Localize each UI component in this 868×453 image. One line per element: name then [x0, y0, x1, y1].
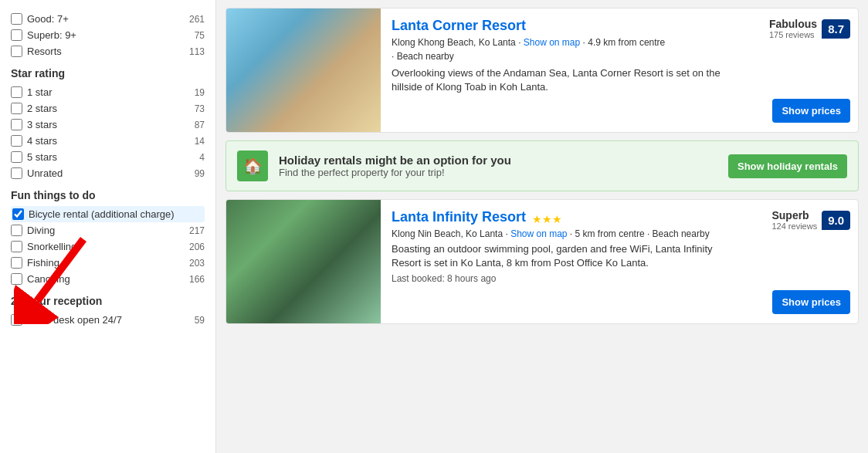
checkbox-snorkelling[interactable]: [11, 241, 22, 252]
filter-superb9[interactable]: Superb: 9+ 75: [11, 27, 205, 43]
hotel-location-lanta-infinity: Klong Nin Beach, Ko Lanta · Show on map …: [392, 228, 724, 239]
show-prices-button-lanta-infinity[interactable]: Show prices: [772, 290, 850, 314]
show-prices-button-lanta-corner[interactable]: Show prices: [772, 99, 850, 123]
filter-4stars[interactable]: 4 stars 14: [11, 133, 205, 149]
score-badge-lanta-corner: 8.7: [822, 19, 850, 39]
hotel-card-lanta-infinity: Lanta Infinity Resort ★★★ Klong Nin Beac…: [225, 199, 859, 324]
hotel-distance: 4.9 km from centre: [588, 37, 665, 48]
holiday-text: Holiday rentals might be an option for y…: [279, 154, 717, 178]
holiday-banner: 🏠 Holiday rentals might be an option for…: [225, 140, 859, 191]
filter-bicycle[interactable]: Bicycle rental (additional charge): [11, 206, 205, 222]
filter-superb9-label: Superb: 9+: [27, 29, 76, 41]
hotel-side-lanta-infinity: Superb 124 reviews 9.0 Show prices: [734, 200, 858, 323]
filter-3stars[interactable]: 3 stars 87: [11, 117, 205, 133]
checkbox-resorts[interactable]: [11, 46, 22, 57]
checkbox-canoeing[interactable]: [11, 273, 22, 285]
score-row-lanta-infinity: Superb 124 reviews 9.0: [771, 209, 850, 231]
hotel-tags-inf: Beach nearby: [653, 228, 710, 239]
show-holiday-rentals-button[interactable]: Show holiday rentals: [728, 154, 847, 178]
hotel-image-lanta-infinity: [226, 200, 381, 323]
review-label-lanta-infinity: Superb: [771, 209, 817, 221]
holiday-banner-title: Holiday rentals might be an option for y…: [279, 154, 717, 167]
checkbox-2stars[interactable]: [11, 103, 22, 114]
hotel-name-lanta-infinity[interactable]: Lanta Infinity Resort: [392, 209, 526, 225]
filter-1star[interactable]: 1 star 19: [11, 84, 205, 100]
score-badge-lanta-infinity: 9.0: [822, 211, 850, 230]
hotel-location-lanta-corner: Klong Khong Beach, Ko Lanta · Show on ma…: [392, 37, 724, 48]
hotel-distance-inf: 5 km from centre: [575, 228, 645, 239]
filter-unrated[interactable]: Unrated 99: [11, 165, 205, 181]
checkbox-diving[interactable]: [11, 225, 22, 236]
filter-2stars[interactable]: 2 stars 73: [11, 100, 205, 117]
hotel-show-on-map-link-inf[interactable]: Show on map: [510, 228, 567, 239]
review-box-lanta-infinity: Superb 124 reviews 9.0: [771, 209, 850, 231]
filter-good7-label: Good: 7+: [27, 13, 69, 25]
top-filters: Good: 7+ 261 Superb: 9+ 75 Resorts 113: [11, 11, 205, 59]
hotel-tags-lanta-corner: · Beach nearby: [392, 51, 724, 62]
hotel-image-lanta-corner: [226, 8, 381, 132]
filter-5stars[interactable]: 5 stars 4: [11, 149, 205, 165]
review-label-lanta-corner: Fabulous: [769, 18, 817, 30]
hotel-location-text: Klong Khong Beach, Ko Lanta: [392, 37, 516, 48]
hotel-name-lanta-corner[interactable]: Lanta Corner Resort: [392, 18, 724, 34]
star-rating-section: Star rating 1 star 19 2 stars 73 3 stars…: [11, 67, 205, 181]
hotel-card-lanta-corner: Lanta Corner Resort Klong Khong Beach, K…: [225, 8, 859, 133]
filter-good7-count: 261: [189, 14, 205, 25]
hotel-info-lanta-corner: Lanta Corner Resort Klong Khong Beach, K…: [381, 8, 734, 132]
holiday-home-icon: 🏠: [237, 150, 268, 181]
checkbox-1star[interactable]: [11, 86, 22, 98]
checkbox-fishing[interactable]: [11, 257, 22, 269]
review-count-lanta-infinity: 124 reviews: [771, 221, 817, 231]
star-rating-title: Star rating: [11, 67, 205, 79]
filter-resorts[interactable]: Resorts 113: [11, 43, 205, 59]
sidebar: Good: 7+ 261 Superb: 9+ 75 Resorts 113 S…: [0, 0, 216, 453]
checkbox-frontdesk[interactable]: [11, 314, 22, 326]
filter-resorts-count: 113: [189, 46, 205, 57]
filter-superb9-count: 75: [195, 30, 205, 41]
filter-fishing[interactable]: Fishing 203: [11, 255, 205, 271]
score-row-lanta-corner: Fabulous 175 reviews 8.7: [769, 18, 850, 39]
checkbox-5stars[interactable]: [11, 151, 22, 163]
main-content: Lanta Corner Resort Klong Khong Beach, K…: [216, 0, 868, 453]
hotel-side-lanta-corner: Fabulous 175 reviews 8.7 Show prices: [734, 8, 858, 132]
review-count-lanta-corner: 175 reviews: [769, 30, 817, 39]
checkbox-unrated[interactable]: [11, 167, 22, 179]
filter-frontdesk[interactable]: Front desk open 24/7 59: [11, 312, 205, 328]
hotel-show-on-map-link[interactable]: Show on map: [524, 37, 580, 48]
checkbox-superb9[interactable]: [11, 29, 22, 41]
checkbox-3stars[interactable]: [11, 119, 22, 130]
holiday-banner-subtitle: Find the perfect property for your trip!: [279, 167, 717, 178]
filter-diving[interactable]: Diving 217: [11, 222, 205, 238]
review-box-lanta-corner: Fabulous 175 reviews 8.7: [769, 18, 850, 39]
filter-snorkelling[interactable]: Snorkelling 206: [11, 238, 205, 255]
hotel-desc-lanta-corner: Overlooking views of the Andaman Sea, La…: [392, 66, 724, 94]
fun-title: Fun things to do: [11, 189, 205, 201]
fun-section: Fun things to do Bicycle rental (additio…: [11, 189, 205, 287]
hotel-info-lanta-infinity: Lanta Infinity Resort ★★★ Klong Nin Beac…: [381, 200, 734, 323]
filter-resorts-label: Resorts: [27, 46, 62, 57]
checkbox-bicycle[interactable]: [12, 208, 24, 220]
hotel-last-booked: Last booked: 8 hours ago: [392, 273, 724, 284]
checkbox-good7[interactable]: [11, 13, 22, 25]
reception-title: 24-hour reception: [11, 295, 205, 307]
hotel-location-text-inf: Klong Nin Beach, Ko Lanta: [392, 228, 503, 239]
checkbox-4stars[interactable]: [11, 135, 22, 147]
hotel-desc-lanta-infinity: Boasting an outdoor swimming pool, garde…: [392, 242, 724, 270]
reception-section: 24-hour reception Front desk open 24/7 5…: [11, 295, 205, 328]
hotel-stars-lanta-infinity: ★★★: [532, 213, 562, 225]
filter-canoeing[interactable]: Canoeing 166: [11, 271, 205, 287]
filter-good7[interactable]: Good: 7+ 261: [11, 11, 205, 27]
